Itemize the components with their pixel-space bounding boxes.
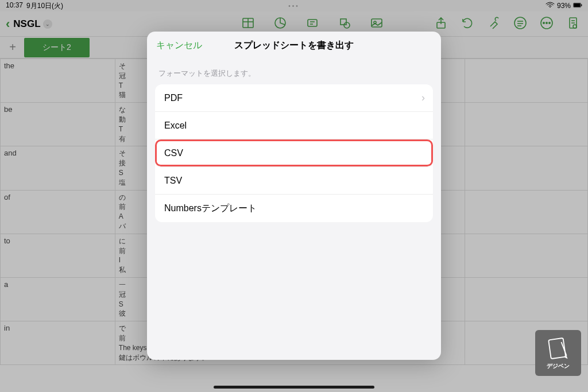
format-option-pdf[interactable]: PDF › bbox=[155, 84, 433, 112]
format-option-excel[interactable]: Excel bbox=[155, 112, 433, 139]
tablet-pencil-icon bbox=[546, 336, 571, 361]
svg-rect-28 bbox=[548, 338, 566, 359]
cancel-button[interactable]: キャンセル bbox=[156, 40, 202, 52]
modal-subtitle: フォーマットを選択します。 bbox=[147, 59, 441, 84]
format-option-numbers-template[interactable]: Numbersテンプレート bbox=[155, 195, 433, 222]
watermark-badge: デジベン bbox=[535, 330, 581, 376]
format-label: CSV bbox=[164, 148, 183, 158]
chevron-right-icon: › bbox=[421, 92, 425, 104]
format-option-tsv[interactable]: TSV bbox=[155, 167, 433, 195]
watermark-text: デジベン bbox=[547, 362, 570, 370]
format-option-list: PDF › Excel CSV TSV Numbersテンプレート bbox=[155, 84, 433, 222]
format-label: Numbersテンプレート bbox=[164, 203, 257, 215]
format-option-csv[interactable]: CSV bbox=[155, 139, 433, 167]
home-indicator[interactable] bbox=[214, 386, 374, 389]
export-modal: キャンセル スプレッドシートを書き出す フォーマットを選択します。 PDF › … bbox=[147, 32, 441, 360]
format-label: TSV bbox=[164, 176, 182, 186]
modal-title: スプレッドシートを書き出す bbox=[234, 40, 354, 52]
format-label: PDF bbox=[164, 93, 183, 103]
format-label: Excel bbox=[164, 121, 187, 131]
